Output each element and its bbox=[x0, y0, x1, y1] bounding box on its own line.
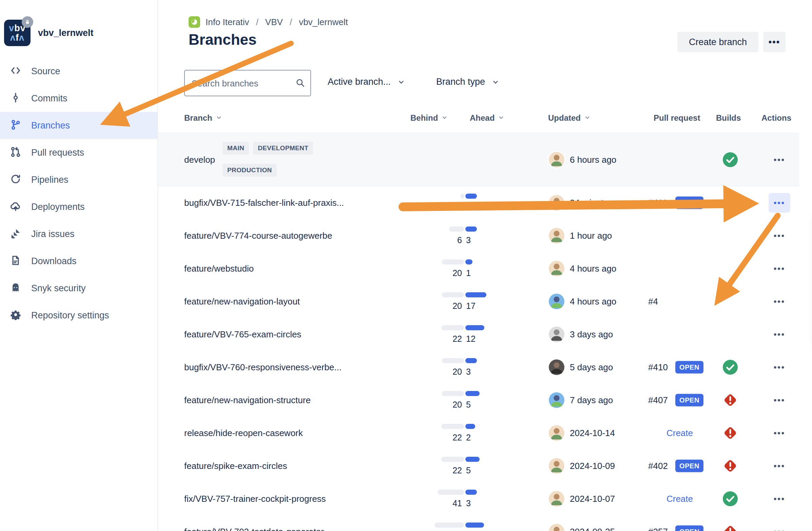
column-header-pull-request: Pull request bbox=[654, 113, 700, 123]
table-row[interactable]: feature/new-navigation-layout 20 17 4 ho… bbox=[158, 285, 799, 318]
table-header: BranchBehindAheadUpdatedPull requestBuil… bbox=[158, 113, 812, 127]
row-actions-button[interactable]: ••• bbox=[758, 395, 800, 405]
build-status-success-icon[interactable] bbox=[723, 152, 738, 167]
branch-name[interactable]: bugfix/VBV-715-falscher-link-auf-praxis.… bbox=[184, 197, 344, 208]
build-status-success-icon[interactable] bbox=[723, 491, 738, 506]
sidebar-item-snyk[interactable]: Snyk security bbox=[0, 275, 157, 302]
page-more-button[interactable]: ••• bbox=[763, 32, 785, 52]
sort-chevron-icon bbox=[498, 113, 504, 123]
row-actions-button[interactable]: ••• bbox=[758, 363, 800, 372]
row-actions-button[interactable]: ••• bbox=[758, 155, 800, 164]
behind-count: 6 bbox=[424, 235, 462, 245]
sidebar-item-branches[interactable]: Branches bbox=[0, 112, 157, 139]
behind-count: 20 bbox=[424, 367, 462, 377]
repo-header: vbv ʌfʌ vbv_lernwelt bbox=[4, 20, 93, 46]
jira-icon bbox=[10, 228, 21, 240]
branch-name[interactable]: feature/webstudio bbox=[184, 263, 254, 274]
avatar-knight-blue bbox=[549, 294, 564, 309]
row-actions-button[interactable]: ••• bbox=[758, 231, 800, 240]
ahead-bar bbox=[465, 194, 477, 199]
sidebar-item-deployments[interactable]: Deployments bbox=[0, 193, 157, 220]
pull-request-link[interactable]: #410 bbox=[648, 362, 668, 372]
column-header-updated[interactable]: Updated bbox=[548, 113, 591, 123]
updated-time: 3 days ago bbox=[570, 329, 613, 339]
branch-name[interactable]: feature/VBV-702-testdata-generator bbox=[184, 526, 324, 531]
branch-name[interactable]: bugfix/VBV-760-responsiveness-verbe... bbox=[184, 362, 342, 372]
table-row[interactable]: feature/new-navigation-structure 20 5 7 … bbox=[158, 383, 799, 416]
row-actions-button[interactable]: ••• bbox=[758, 527, 800, 531]
column-header-branch[interactable]: Branch bbox=[184, 113, 222, 123]
behind-count: 41 bbox=[424, 499, 462, 508]
build-status-inprogress-icon[interactable] bbox=[723, 195, 738, 210]
sidebar-item-label: Branches bbox=[31, 120, 70, 131]
branch-name[interactable]: release/hide-reopen-casework bbox=[184, 428, 303, 438]
row-actions-button-active[interactable]: ••• bbox=[769, 193, 790, 212]
pull-request-link[interactable]: #4 bbox=[648, 296, 658, 307]
breadcrumb-workspace[interactable]: Info Iterativ bbox=[205, 17, 249, 28]
updated-time: 5 days ago bbox=[570, 362, 613, 372]
table-row[interactable]: bugfix/VBV-760-responsiveness-verbe... 2… bbox=[158, 351, 799, 383]
search-branches-input[interactable] bbox=[191, 71, 294, 96]
branch-name[interactable]: feature/new-navigation-layout bbox=[184, 296, 300, 307]
behind-bar bbox=[442, 292, 464, 297]
create-pull-request-link[interactable]: Create bbox=[629, 493, 730, 504]
pull-request-link[interactable]: #411 bbox=[648, 197, 667, 208]
avatar-man-tan bbox=[549, 425, 564, 441]
private-lock-icon bbox=[22, 16, 33, 28]
table-row[interactable]: feature/VBV-702-testdata-generator 68 11… bbox=[158, 515, 799, 531]
branch-name[interactable]: feature/new-navigation-structure bbox=[184, 395, 311, 405]
row-actions-button[interactable]: ••• bbox=[758, 329, 800, 339]
branch-name[interactable]: feature/VBV-765-exam-circles bbox=[184, 329, 301, 339]
branch-name[interactable]: fix/VBV-757-trainer-cockpit-progress bbox=[184, 493, 326, 504]
build-status-success-icon[interactable] bbox=[723, 359, 738, 375]
table-row[interactable]: release/hide-reopen-casework 22 2 2024-1… bbox=[158, 416, 799, 449]
active-branches-filter[interactable]: Active branch... bbox=[328, 77, 405, 87]
row-actions-button[interactable]: ••• bbox=[758, 264, 800, 273]
pull-request-link[interactable]: #407 bbox=[648, 395, 668, 405]
table-row[interactable]: fix/VBV-757-trainer-cockpit-progress 41 … bbox=[158, 482, 799, 515]
sidebar-item-source[interactable]: Source bbox=[0, 58, 157, 85]
avatar-man-tan bbox=[549, 152, 564, 167]
sidebar-item-pipelines[interactable]: Pipelines bbox=[0, 166, 157, 193]
row-actions-button[interactable]: ••• bbox=[758, 461, 800, 471]
breadcrumb-repo[interactable]: vbv_lernwelt bbox=[299, 17, 348, 28]
build-status-failed-icon[interactable] bbox=[723, 524, 738, 531]
sidebar-item-settings[interactable]: Repository settings bbox=[0, 302, 157, 329]
breadcrumb-project[interactable]: VBV bbox=[265, 17, 283, 28]
branch-type-filter[interactable]: Branch type bbox=[436, 77, 499, 87]
create-branch-button[interactable]: Create branch bbox=[677, 32, 758, 52]
table-row[interactable]: feature/VBV-774-course-autogewerbe 6 3 1… bbox=[158, 219, 799, 252]
column-header-behind[interactable]: Behind bbox=[410, 113, 448, 123]
build-status-failed-icon[interactable] bbox=[723, 425, 738, 441]
avatar-man-dark bbox=[549, 359, 564, 375]
ahead-count: 3 bbox=[466, 235, 471, 245]
behind-bar bbox=[461, 194, 464, 199]
sidebar-item-commits[interactable]: Commits bbox=[0, 85, 157, 112]
column-header-ahead[interactable]: Ahead bbox=[470, 113, 504, 123]
row-actions-button[interactable]: ••• bbox=[758, 494, 800, 503]
create-pull-request-link[interactable]: Create bbox=[629, 428, 730, 438]
sidebar-item-downloads[interactable]: Downloads bbox=[0, 248, 157, 275]
source-icon bbox=[10, 65, 21, 77]
sort-chevron-icon bbox=[216, 113, 222, 123]
ahead-count: 5 bbox=[466, 466, 471, 475]
table-row[interactable]: feature/VBV-765-exam-circles 22 12 3 day… bbox=[158, 318, 799, 351]
table-row[interactable]: bugfix/VBV-715-falscher-link-auf-praxis.… bbox=[158, 186, 799, 219]
sidebar-item-pull-requests[interactable]: Pull requests bbox=[0, 139, 157, 166]
build-status-failed-icon[interactable] bbox=[723, 392, 738, 408]
table-row[interactable]: feature/webstudio 20 1 4 hours ago ••• bbox=[158, 252, 799, 285]
branch-name[interactable]: feature/spike-exam-circles bbox=[184, 460, 287, 471]
branch-name[interactable]: develop bbox=[184, 154, 215, 165]
sidebar-item-jira[interactable]: Jira issues bbox=[0, 220, 157, 248]
table-row[interactable]: feature/spike-exam-circles 22 5 2024-10-… bbox=[158, 449, 799, 482]
develop-branch-row[interactable]: develop MAINDEVELOPMENT PRODUCTION 6 hou… bbox=[158, 133, 799, 186]
pull-request-link[interactable]: #402 bbox=[648, 460, 668, 471]
sidebar-item-label: Pull requests bbox=[31, 147, 84, 158]
ahead-count: 2 bbox=[466, 433, 471, 443]
branch-name[interactable]: feature/VBV-774-course-autogewerbe bbox=[184, 230, 332, 241]
row-actions-button[interactable]: ••• bbox=[758, 428, 800, 438]
row-actions-button[interactable]: ••• bbox=[758, 297, 800, 306]
build-status-failed-icon[interactable] bbox=[723, 458, 738, 474]
pull-request-link[interactable]: #357 bbox=[648, 526, 668, 531]
branch-badge: DEVELOPMENT bbox=[253, 142, 313, 154]
